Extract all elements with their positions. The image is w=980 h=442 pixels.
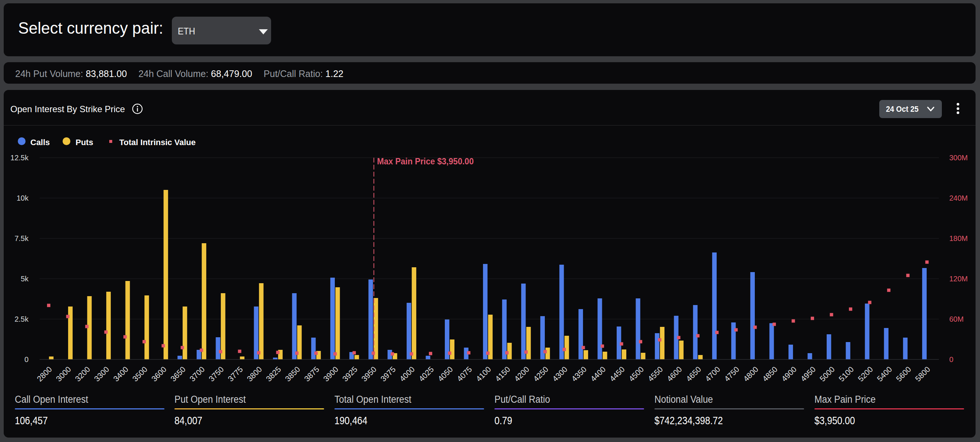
svg-text:4650: 4650 — [684, 365, 703, 383]
svg-text:7.5k: 7.5k — [14, 234, 29, 242]
svg-text:4400: 4400 — [589, 365, 607, 383]
svg-text:3600: 3600 — [150, 365, 168, 383]
svg-text:4025: 4025 — [417, 365, 435, 383]
svg-text:0: 0 — [949, 355, 953, 364]
svg-text:3875: 3875 — [302, 365, 321, 383]
svg-text:3500: 3500 — [131, 365, 149, 383]
svg-text:3000: 3000 — [54, 365, 73, 383]
svg-text:4450: 4450 — [608, 365, 626, 383]
svg-text:3700: 3700 — [188, 365, 206, 383]
svg-text:2.5k: 2.5k — [14, 315, 29, 323]
svg-text:4000: 4000 — [398, 365, 416, 383]
svg-text:240M: 240M — [949, 194, 968, 202]
svg-text:0: 0 — [24, 355, 29, 364]
svg-text:5k: 5k — [21, 275, 29, 283]
svg-text:5800: 5800 — [913, 365, 931, 383]
svg-text:4350: 4350 — [570, 365, 588, 383]
svg-text:4600: 4600 — [665, 365, 683, 383]
svg-text:3800: 3800 — [245, 365, 263, 383]
svg-text:4800: 4800 — [741, 365, 760, 383]
svg-text:3650: 3650 — [169, 365, 187, 383]
svg-text:4700: 4700 — [703, 365, 721, 383]
svg-text:10k: 10k — [17, 194, 29, 202]
svg-text:4300: 4300 — [551, 365, 569, 383]
svg-text:3825: 3825 — [264, 365, 283, 383]
svg-text:60M: 60M — [949, 315, 964, 323]
svg-text:3850: 3850 — [283, 365, 301, 383]
svg-text:4150: 4150 — [493, 365, 511, 383]
svg-text:4050: 4050 — [436, 365, 455, 383]
svg-text:300M: 300M — [949, 154, 968, 162]
svg-text:4750: 4750 — [722, 365, 741, 383]
svg-text:5100: 5100 — [837, 365, 855, 383]
svg-text:3775: 3775 — [226, 365, 245, 383]
svg-text:180M: 180M — [949, 234, 968, 242]
svg-text:4100: 4100 — [474, 365, 493, 383]
svg-text:3925: 3925 — [341, 365, 359, 383]
svg-text:3200: 3200 — [73, 365, 91, 383]
svg-text:Max Pain Price $3,950.00: Max Pain Price $3,950.00 — [377, 156, 474, 166]
svg-text:12.5k: 12.5k — [10, 154, 29, 162]
svg-text:4950: 4950 — [799, 365, 817, 383]
svg-text:4250: 4250 — [531, 365, 550, 383]
svg-text:5400: 5400 — [875, 365, 893, 383]
svg-text:4200: 4200 — [512, 365, 531, 383]
svg-text:2800: 2800 — [35, 365, 53, 383]
svg-text:3400: 3400 — [111, 365, 130, 383]
svg-text:5000: 5000 — [818, 365, 836, 383]
svg-text:3750: 3750 — [207, 365, 225, 383]
svg-text:3300: 3300 — [92, 365, 111, 383]
svg-text:3900: 3900 — [321, 365, 340, 383]
svg-text:4550: 4550 — [646, 365, 665, 383]
svg-text:4500: 4500 — [627, 365, 645, 383]
svg-text:3975: 3975 — [379, 365, 397, 383]
svg-text:4900: 4900 — [780, 365, 798, 383]
svg-text:4075: 4075 — [455, 365, 473, 383]
svg-text:5600: 5600 — [894, 365, 913, 383]
svg-text:120M: 120M — [949, 275, 968, 283]
svg-text:5200: 5200 — [856, 365, 875, 383]
svg-text:3950: 3950 — [360, 365, 378, 383]
svg-text:4850: 4850 — [761, 365, 779, 383]
